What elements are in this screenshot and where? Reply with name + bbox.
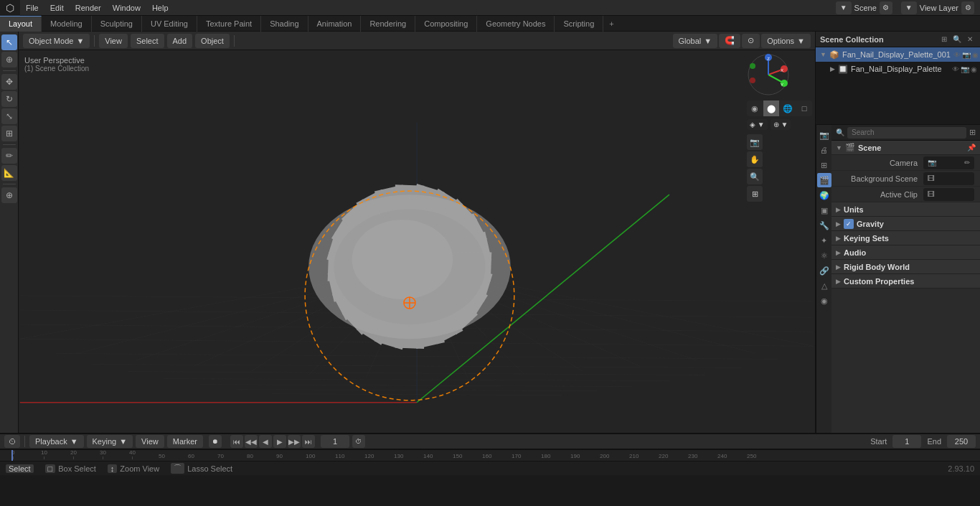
rotate-tool-btn[interactable]: ↻ (1, 91, 17, 107)
frame-jump-btn[interactable]: ⏱ (352, 435, 365, 448)
play-back-btn[interactable]: ◀ (259, 435, 272, 448)
props-settings-icon[interactable]: ⊞ (969, 128, 976, 137)
end-frame-input[interactable]: 250 (947, 435, 976, 448)
timeline-type-btn[interactable]: ⏲ (4, 435, 20, 448)
tab-scripting[interactable]: Scripting (555, 16, 603, 32)
rigid-body-section-header[interactable]: ▶ Rigid Body World (831, 260, 980, 274)
props-object-icon[interactable]: ▣ (817, 203, 831, 217)
gravity-checkbox[interactable]: ✓ (844, 219, 854, 229)
view-layer-icon[interactable]: ▼ (901, 1, 917, 14)
solid-shading-btn[interactable]: ◉ (747, 100, 763, 116)
tab-shading[interactable]: Shading (261, 16, 308, 32)
keying-btn[interactable]: Keying ▼ (87, 435, 133, 448)
vis-render-icon[interactable]: ◉ (972, 51, 979, 59)
tab-texture-paint[interactable]: Texture Paint (197, 16, 261, 32)
viewport-layers-btn[interactable]: ⊞ (747, 186, 763, 202)
tab-sculpting[interactable]: Sculpting (92, 16, 142, 32)
measure-tool-btn[interactable]: 📐 (1, 165, 17, 181)
view-menu-btn[interactable]: View (99, 34, 128, 48)
outliner-item-1[interactable]: ▶ 🔲 Fan_Nail_Display_Palette 👁 📷 ◉ (816, 62, 980, 76)
outliner-filter-icon[interactable]: ⊞ (938, 34, 950, 45)
tab-modeling[interactable]: Modeling (42, 16, 92, 32)
move-tool-btn[interactable]: ✥ (1, 74, 17, 90)
tab-uv-editing[interactable]: UV Editing (142, 16, 197, 32)
scale-tool-btn[interactable]: ⤡ (1, 108, 17, 124)
props-modifier-icon[interactable]: 🔧 (817, 218, 831, 233)
tab-geometry-nodes[interactable]: Geometry Nodes (477, 16, 555, 32)
add-tool-btn[interactable]: ⊕ (1, 187, 17, 203)
audio-section-header[interactable]: ▶ Audio (831, 245, 980, 260)
camera-edit-icon[interactable]: ✏ (964, 159, 970, 167)
camera-prop-value[interactable]: 📷 ✏ (923, 156, 974, 169)
timeline-ruler[interactable]: 0 10 20 30 40 50 60 (0, 449, 980, 461)
vis-eye-icon-1[interactable]: 👁 (952, 65, 959, 73)
active-clip-value[interactable]: 🎞 (923, 188, 974, 201)
outliner-item-0[interactable]: ▼ 📦 Fan_Nail_Display_Palette_001 👁 📷 ◉ (816, 47, 980, 62)
tab-layout[interactable]: Layout (0, 16, 42, 32)
outliner-search-icon[interactable]: 🔍 (951, 34, 963, 45)
props-output-icon[interactable]: 🖨 (817, 143, 831, 157)
object-menu-btn[interactable]: Object (195, 34, 230, 48)
current-frame-input[interactable]: 1 (321, 435, 349, 448)
scene-dropdown-icon[interactable]: ▼ (836, 1, 852, 14)
tab-compositing[interactable]: Compositing (415, 16, 477, 32)
keying-sets-section-header[interactable]: ▶ Keying Sets (831, 231, 980, 245)
scene-settings-btn[interactable]: ⚙ (880, 1, 892, 14)
props-data-icon[interactable]: △ (817, 278, 831, 293)
props-scene-icon[interactable]: 🎬 (817, 173, 831, 187)
props-material-icon[interactable]: ◉ (817, 294, 831, 308)
menu-window[interactable]: Window (107, 0, 146, 16)
scene-section-header[interactable]: ▼ 🎬 Scene 📌 (831, 141, 980, 155)
rendered-shading-btn[interactable]: 🌐 (780, 100, 796, 116)
jump-start-btn[interactable]: ⏮ (230, 435, 243, 448)
props-render-icon[interactable]: 📷 (817, 128, 831, 142)
viewport-gizmo[interactable]: X Y Z (747, 53, 790, 96)
tab-animation[interactable]: Animation (308, 16, 362, 32)
props-view-layer-icon[interactable]: ⊞ (817, 158, 831, 172)
annotate-tool-btn[interactable]: ✏ (1, 148, 17, 164)
tab-rendering[interactable]: Rendering (361, 16, 415, 32)
step-back-btn[interactable]: ◀◀ (245, 435, 258, 448)
marker-btn[interactable]: Marker (167, 435, 203, 448)
cursor-tool-btn[interactable]: ⊕ (1, 52, 17, 67)
transport-record-btn[interactable]: ⏺ (209, 435, 222, 448)
menu-edit[interactable]: Edit (44, 0, 70, 16)
viewport-zoom-btn[interactable]: 🔍 (747, 169, 763, 184)
object-mode-dropdown[interactable]: Object Mode ▼ (23, 34, 90, 48)
props-world-icon[interactable]: 🌍 (817, 188, 831, 202)
viewport-pan-btn[interactable]: ✋ (747, 151, 763, 167)
gizmos-btn[interactable]: ⊕ ▼ (771, 119, 791, 130)
options-btn[interactable]: Options ▼ (761, 34, 811, 48)
vis-camera-icon[interactable]: 📷 (962, 51, 971, 59)
custom-props-section-header[interactable]: ▶ Custom Properties (831, 274, 980, 289)
playback-btn[interactable]: Playback ▼ (29, 435, 84, 448)
transform-tool-btn[interactable]: ⊞ (1, 126, 17, 141)
add-workspace-btn[interactable]: + (603, 19, 619, 28)
viewport-3d[interactable]: User Perspective (1) Scene Collection X (19, 50, 815, 433)
material-shading-btn[interactable]: ⬤ (763, 100, 779, 116)
overlays-btn[interactable]: ◈ ▼ (747, 119, 768, 130)
timeline-view-btn[interactable]: View (136, 435, 164, 448)
vis-camera-icon-1[interactable]: 📷 (961, 65, 969, 73)
vis-eye-icon[interactable]: 👁 (953, 51, 961, 59)
props-particle-icon[interactable]: ✦ (817, 233, 831, 248)
snap-btn[interactable]: 🧲 (719, 34, 740, 48)
play-fwd-btn[interactable]: ▶▶ (288, 435, 301, 448)
units-section-header[interactable]: ▶ Units (831, 202, 980, 217)
menu-help[interactable]: Help (146, 0, 174, 16)
props-constraints-icon[interactable]: 🔗 (817, 263, 831, 278)
play-btn[interactable]: ▶ (273, 435, 286, 448)
wireframe-shading-btn[interactable]: □ (796, 100, 812, 116)
properties-search-input[interactable] (847, 127, 966, 139)
start-frame-input[interactable]: 1 (892, 435, 921, 448)
transform-orientation-btn[interactable]: Global ▼ (673, 34, 718, 48)
proportional-btn[interactable]: ⊙ (742, 34, 760, 48)
background-scene-value[interactable]: 🎞 (923, 172, 974, 185)
add-menu-btn[interactable]: Add (167, 34, 193, 48)
outliner-close-icon[interactable]: ✕ (964, 34, 976, 45)
menu-file[interactable]: File (20, 0, 44, 16)
select-menu-btn[interactable]: Select (131, 34, 164, 48)
scene-section-pin[interactable]: 📌 (967, 144, 976, 151)
select-tool-btn[interactable]: ↖ (1, 34, 17, 50)
viewport-camera-btn[interactable]: 📷 (747, 134, 763, 150)
